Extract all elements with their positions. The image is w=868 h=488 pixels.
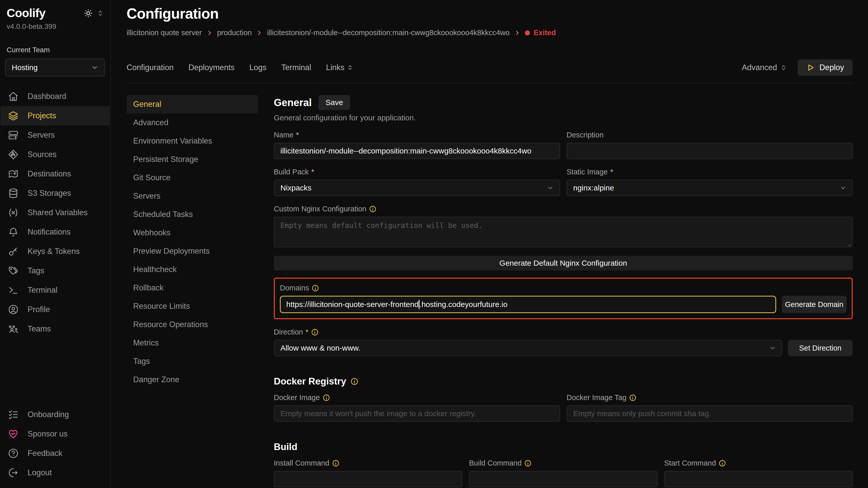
info-icon[interactable]	[311, 328, 319, 336]
tab-terminal[interactable]: Terminal	[281, 63, 311, 72]
subnav-item-scheduled-tasks[interactable]: Scheduled Tasks	[127, 205, 258, 224]
info-icon[interactable]	[524, 459, 532, 467]
build-pack-select[interactable]: Nixpacks	[274, 180, 560, 196]
subnav-item-advanced[interactable]: Advanced	[127, 113, 258, 132]
build-command-input[interactable]	[469, 471, 657, 487]
chevron-down-icon	[547, 184, 554, 192]
sidebar-nav: Dashboard Projects Servers Sources Desti…	[0, 87, 110, 338]
subnav-item-environment-variables[interactable]: Environment Variables	[127, 132, 258, 150]
advanced-menu[interactable]: Advanced	[742, 63, 787, 72]
subnav-item-general[interactable]: General	[127, 95, 258, 113]
sidebar-item-keys-tokens[interactable]: Keys & Tokens	[1, 242, 110, 261]
description-input[interactable]	[567, 143, 853, 159]
tab-logs[interactable]: Logs	[249, 63, 267, 72]
subnav-item-persistent-storage[interactable]: Persistent Storage	[127, 150, 258, 168]
direction-value: Allow www & non-www.	[280, 344, 360, 352]
sidebar-item-profile[interactable]: Profile	[1, 300, 110, 319]
sidebar-item-dashboard[interactable]: Dashboard	[1, 87, 110, 106]
info-icon[interactable]	[629, 394, 637, 401]
name-input[interactable]	[274, 143, 560, 159]
chevrons-up-down-icon	[347, 65, 353, 71]
custom-nginx-textarea[interactable]	[274, 217, 853, 247]
start-command-label: Start Command	[664, 459, 853, 467]
sidebar-item-teams[interactable]: Teams	[1, 319, 110, 338]
user-circle-icon	[8, 304, 19, 315]
database-icon	[8, 188, 19, 199]
custom-nginx-label: Custom Nginx Configuration	[274, 205, 853, 213]
sidebar-item-terminal[interactable]: Terminal	[1, 281, 110, 300]
info-icon[interactable]	[322, 394, 330, 401]
subnav-item-resource-limits[interactable]: Resource Limits	[127, 297, 258, 315]
sun-icon[interactable]	[84, 9, 93, 18]
subnav-item-metrics[interactable]: Metrics	[127, 334, 258, 352]
section-title-general: General	[274, 97, 312, 108]
sidebar-item-tags[interactable]: Tags	[1, 261, 110, 281]
sidebar-item-notifications[interactable]: Notifications	[1, 222, 110, 242]
docker-image-tag-input[interactable]	[567, 405, 853, 422]
sidebar-item-sponsor-us[interactable]: Sponsor us	[1, 424, 110, 444]
info-icon[interactable]	[332, 459, 340, 467]
sidebar-item-projects[interactable]: Projects	[1, 106, 110, 125]
direction-select[interactable]: Allow www & non-www.	[274, 340, 782, 356]
sidebar-item-label: Tags	[28, 266, 44, 275]
subnav-item-servers[interactable]: Servers	[127, 187, 258, 205]
start-command-input[interactable]	[664, 471, 853, 487]
generate-nginx-button[interactable]: Generate Default Nginx Configuration	[274, 256, 853, 270]
sidebar-item-sources[interactable]: Sources	[1, 145, 110, 164]
variable-icon	[8, 207, 19, 218]
domains-input[interactable]: https://illicitonion-quote-server-fronte…	[280, 296, 776, 313]
subnav-item-git-source[interactable]: Git Source	[127, 168, 258, 187]
static-image-value: nginx:alpine	[573, 184, 614, 192]
set-direction-button[interactable]: Set Direction	[788, 340, 853, 356]
sidebar-item-onboarding[interactable]: Onboarding	[1, 405, 110, 424]
deploy-button[interactable]: Deploy	[798, 59, 853, 76]
subnav-item-tags[interactable]: Tags	[127, 352, 258, 370]
required-marker: *	[311, 168, 314, 176]
generate-domain-button[interactable]: Generate Domain	[782, 296, 846, 313]
install-command-input[interactable]	[274, 471, 462, 487]
advanced-label: Advanced	[742, 63, 777, 72]
build-title: Build	[274, 442, 853, 452]
static-image-select[interactable]: nginx:alpine	[567, 180, 853, 196]
save-button[interactable]: Save	[318, 95, 350, 110]
breadcrumb-project[interactable]: illicitonion quote server	[127, 29, 202, 37]
tab-configuration[interactable]: Configuration	[127, 63, 174, 72]
subnav-item-rollback[interactable]: Rollback	[127, 279, 258, 297]
logout-icon	[8, 467, 19, 478]
tab-links[interactable]: Links	[326, 63, 353, 72]
subnav-item-healthcheck[interactable]: Healthcheck	[127, 260, 258, 279]
subnav-item-webhooks[interactable]: Webhooks	[127, 224, 258, 242]
docker-image-input[interactable]	[274, 405, 560, 422]
sidebar-item-s3-storages[interactable]: S3 Storages	[1, 184, 110, 203]
tab-deployments[interactable]: Deployments	[188, 63, 235, 72]
resize-handle[interactable]	[847, 243, 851, 247]
sidebar-item-shared-variables[interactable]: Shared Variables	[1, 203, 110, 222]
static-image-label: Static Image*	[567, 168, 853, 176]
sidebar-item-feedback[interactable]: Feedback	[1, 444, 110, 463]
domains-value-after-cursor: .hosting.codeyourfuture.io	[420, 300, 507, 309]
status-dot	[525, 30, 530, 35]
sidebar-item-logout[interactable]: Logout	[1, 463, 110, 482]
deploy-label: Deploy	[819, 63, 844, 72]
sidebar-item-destinations[interactable]: Destinations	[1, 164, 110, 184]
subnav-item-preview-deployments[interactable]: Preview Deployments	[127, 242, 258, 260]
sidebar-item-label: Teams	[28, 324, 51, 333]
chevrons-up-down-icon	[780, 64, 787, 71]
git-source-icon	[8, 149, 19, 160]
subnav-item-danger-zone[interactable]: Danger Zone	[127, 370, 258, 389]
subnav-item-resource-operations[interactable]: Resource Operations	[127, 315, 258, 334]
page-title: Configuration	[127, 5, 853, 22]
build-pack-label: Build Pack*	[274, 168, 560, 176]
info-icon[interactable]	[312, 284, 319, 292]
info-icon[interactable]	[369, 205, 377, 213]
sidebar-item-servers[interactable]: Servers	[1, 125, 110, 145]
info-icon[interactable]	[350, 377, 359, 386]
theme-selector-icon[interactable]	[97, 10, 103, 17]
chevron-right-icon	[256, 30, 262, 36]
team-select[interactable]: Hosting	[5, 59, 105, 76]
breadcrumb-application[interactable]: illicitestonion/-module--decomposition:m…	[267, 29, 509, 37]
key-icon	[8, 246, 19, 257]
sidebar-item-label: S3 Storages	[28, 189, 71, 198]
breadcrumb-environment[interactable]: production	[217, 29, 252, 37]
info-icon[interactable]	[718, 459, 726, 467]
